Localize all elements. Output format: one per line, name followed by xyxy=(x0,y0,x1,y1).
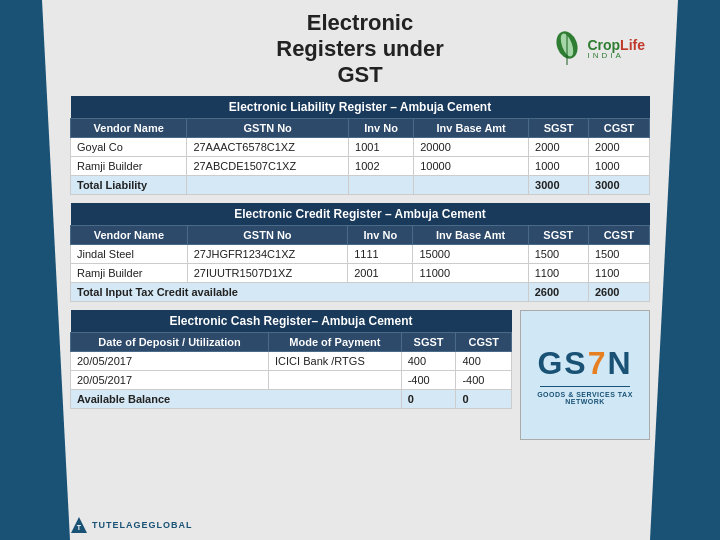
liability-total-cgst: 3000 xyxy=(589,176,650,195)
liability-col-sgst: SGST xyxy=(529,119,589,138)
cash-col-date: Date of Deposit / Utilization xyxy=(71,333,269,352)
footer: T TUTELAGEGLOBAL xyxy=(70,516,193,534)
credit-r1-sgst: 1500 xyxy=(528,245,588,264)
liability-total-blank1 xyxy=(187,176,349,195)
credit-register-header-row: Vendor Name GSTN No Inv No Inv Base Amt … xyxy=(71,226,650,245)
liability-r2-gstn: 27ABCDE1507C1XZ xyxy=(187,157,349,176)
credit-r2-inv: 2001 xyxy=(348,264,413,283)
liability-r2-vendor: Ramji Builder xyxy=(71,157,187,176)
credit-r2-gstn: 27IUUTR1507D1XZ xyxy=(187,264,347,283)
credit-col-gstn: GSTN No xyxy=(187,226,347,245)
credit-r2-cgst: 1100 xyxy=(588,264,649,283)
cash-r1-sgst: 400 xyxy=(401,352,456,371)
liability-r2-inv: 1002 xyxy=(349,157,414,176)
cash-col-cgst: CGST xyxy=(456,333,512,352)
liability-r1-sgst: 2000 xyxy=(529,138,589,157)
liability-r1-cgst: 2000 xyxy=(589,138,650,157)
liability-total-label: Total Liability xyxy=(71,176,187,195)
liability-r2-sgst: 1000 xyxy=(529,157,589,176)
liability-total-row: Total Liability 3000 3000 xyxy=(71,176,650,195)
cash-r2-date: 20/05/2017 xyxy=(71,371,269,390)
credit-total-sgst: 2600 xyxy=(528,283,588,302)
croplife-logo: CropLife INDIA xyxy=(455,31,645,67)
croplife-leaf-icon xyxy=(549,31,585,67)
cash-r2-cgst: -400 xyxy=(456,371,512,390)
cash-row-1: 20/05/2017 ICICI Bank /RTGS 400 400 xyxy=(71,352,512,371)
liability-col-vendor: Vendor Name xyxy=(71,119,187,138)
credit-r1-cgst: 1500 xyxy=(588,245,649,264)
tutelage-icon: T xyxy=(70,516,88,534)
cash-register-table: Electronic Cash Register– Ambuja Cement … xyxy=(70,310,512,409)
cash-col-sgst: SGST xyxy=(401,333,456,352)
liability-r2-cgst: 1000 xyxy=(589,157,650,176)
cash-total-label: Available Balance xyxy=(71,390,402,409)
gstn-7: 7 xyxy=(588,345,608,381)
cash-r2-mode xyxy=(269,371,402,390)
credit-r1-vendor: Jindal Steel xyxy=(71,245,188,264)
cash-register-header-row: Date of Deposit / Utilization Mode of Pa… xyxy=(71,333,512,352)
credit-col-vendor: Vendor Name xyxy=(71,226,188,245)
svg-text:T: T xyxy=(77,524,82,531)
cash-total-cgst: 0 xyxy=(456,390,512,409)
gstn-divider xyxy=(540,386,630,387)
footer-brand: TUTELAGEGLOBAL xyxy=(92,520,193,530)
cash-r1-cgst: 400 xyxy=(456,352,512,371)
liability-row-1: Goyal Co 27AAACT6578C1XZ 1001 20000 2000… xyxy=(71,138,650,157)
credit-col-cgst: CGST xyxy=(588,226,649,245)
croplife-text: CropLife INDIA xyxy=(587,38,645,60)
credit-register-table: Electronic Credit Register – Ambuja Ceme… xyxy=(70,203,650,302)
india-text: INDIA xyxy=(587,52,645,60)
gstn-main-text: GS7N xyxy=(537,345,632,382)
liability-register-section: Electronic Liability Register – Ambuja C… xyxy=(70,96,650,195)
life-text: Life xyxy=(620,37,645,53)
liability-col-inv: Inv No xyxy=(349,119,414,138)
liability-r2-base: 10000 xyxy=(414,157,529,176)
credit-r1-base: 15000 xyxy=(413,245,528,264)
gstn-n: N xyxy=(607,345,632,381)
credit-r2-sgst: 1100 xyxy=(528,264,588,283)
liability-row-2: Ramji Builder 27ABCDE1507C1XZ 1002 10000… xyxy=(71,157,650,176)
gstn-subtitle: GOODS & SERVICES TAX NETWORK xyxy=(531,391,639,405)
cash-col-mode: Mode of Payment xyxy=(269,333,402,352)
liability-col-cgst: CGST xyxy=(589,119,650,138)
cash-r2-sgst: -400 xyxy=(401,371,456,390)
credit-col-base: Inv Base Amt xyxy=(413,226,528,245)
liability-col-gstn: GSTN No xyxy=(187,119,349,138)
credit-col-sgst: SGST xyxy=(528,226,588,245)
liability-r1-base: 20000 xyxy=(414,138,529,157)
header: Electronic Registers under GST CropLife … xyxy=(70,10,650,88)
credit-r2-base: 11000 xyxy=(413,264,528,283)
credit-total-row: Total Input Tax Credit available 2600 26… xyxy=(71,283,650,302)
cash-total-sgst: 0 xyxy=(401,390,456,409)
credit-row-2: Ramji Builder 27IUUTR1507D1XZ 2001 11000… xyxy=(71,264,650,283)
cash-total-row: Available Balance 0 0 xyxy=(71,390,512,409)
cash-row-2: 20/05/2017 -400 -400 xyxy=(71,371,512,390)
bottom-section: Electronic Cash Register– Ambuja Cement … xyxy=(70,310,650,440)
credit-r1-inv: 1111 xyxy=(348,245,413,264)
credit-total-cgst: 2600 xyxy=(588,283,649,302)
cash-register-section: Electronic Cash Register– Ambuja Cement … xyxy=(70,310,512,409)
liability-total-sgst: 3000 xyxy=(529,176,589,195)
liability-r1-gstn: 27AAACT6578C1XZ xyxy=(187,138,349,157)
cash-r1-date: 20/05/2017 xyxy=(71,352,269,371)
cash-register-title: Electronic Cash Register– Ambuja Cement xyxy=(71,310,512,333)
liability-total-blank2 xyxy=(349,176,414,195)
credit-register-title: Electronic Credit Register – Ambuja Ceme… xyxy=(71,203,650,226)
cash-r1-mode: ICICI Bank /RTGS xyxy=(269,352,402,371)
liability-r1-vendor: Goyal Co xyxy=(71,138,187,157)
liability-total-blank3 xyxy=(414,176,529,195)
credit-total-label: Total Input Tax Credit available xyxy=(71,283,529,302)
credit-r1-gstn: 27JHGFR1234C1XZ xyxy=(187,245,347,264)
credit-r2-vendor: Ramji Builder xyxy=(71,264,188,283)
credit-register-section: Electronic Credit Register – Ambuja Ceme… xyxy=(70,203,650,302)
gstn-logo-box: GS7N GOODS & SERVICES TAX NETWORK xyxy=(520,310,650,440)
credit-row-1: Jindal Steel 27JHGFR1234C1XZ 1111 15000 … xyxy=(71,245,650,264)
liability-register-table: Electronic Liability Register – Ambuja C… xyxy=(70,96,650,195)
page-title: Electronic Registers under GST xyxy=(265,10,455,88)
liability-r1-inv: 1001 xyxy=(349,138,414,157)
credit-col-inv: Inv No xyxy=(348,226,413,245)
liability-col-base: Inv Base Amt xyxy=(414,119,529,138)
gstn-gs: GS xyxy=(537,345,587,381)
liability-register-header-row: Vendor Name GSTN No Inv No Inv Base Amt … xyxy=(71,119,650,138)
liability-register-title: Electronic Liability Register – Ambuja C… xyxy=(71,96,650,119)
